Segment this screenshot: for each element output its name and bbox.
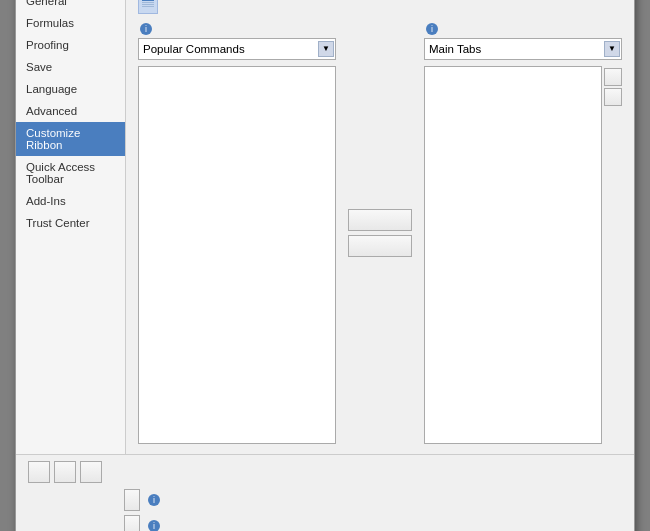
left-dropdown-container: Popular Commands All Commands Macros Fil… <box>138 38 336 60</box>
sidebar-item-language[interactable]: Language <box>16 78 125 100</box>
right-column-label: i <box>424 22 622 35</box>
sidebar-item-formulas[interactable]: Formulas <box>16 12 125 34</box>
reset-button[interactable] <box>124 489 140 511</box>
svg-rect-0 <box>142 0 154 1</box>
reset-info-icon[interactable]: i <box>148 494 160 506</box>
svg-rect-1 <box>142 2 154 3</box>
right-ribbon-tree[interactable] <box>424 66 602 444</box>
new-group-button[interactable] <box>54 461 76 483</box>
main-content: i Popular Commands All Commands Macros F… <box>126 0 634 454</box>
right-info-icon[interactable]: i <box>426 23 438 35</box>
sidebar-item-proofing[interactable]: Proofing <box>16 34 125 56</box>
sidebar-item-customize-ribbon[interactable]: Customize Ribbon <box>16 122 125 156</box>
right-column: i Main Tabs Tool Tabs All Tabs ▼ <box>424 22 622 444</box>
sidebar-item-add-ins[interactable]: Add-Ins <box>16 190 125 212</box>
excel-options-dialog: GeneralFormulasProofingSaveLanguageAdvan… <box>15 0 635 531</box>
columns-container: i Popular Commands All Commands Macros F… <box>138 22 622 444</box>
scroll-buttons <box>604 66 622 444</box>
right-list-with-scroll <box>424 66 622 444</box>
bottom-bar: i i <box>16 454 634 532</box>
left-info-icon[interactable]: i <box>140 23 152 35</box>
section-icon <box>138 0 158 14</box>
rename-button[interactable] <box>80 461 102 483</box>
scroll-up-button[interactable] <box>604 68 622 86</box>
sidebar-item-general[interactable]: General <box>16 0 125 12</box>
dialog-body: GeneralFormulasProofingSaveLanguageAdvan… <box>16 0 634 454</box>
sidebar-item-save[interactable]: Save <box>16 56 125 78</box>
sidebar-item-quick-access[interactable]: Quick Access Toolbar <box>16 156 125 190</box>
right-dropdown-container: Main Tabs Tool Tabs All Tabs ▼ <box>424 38 622 60</box>
ribbon-icon <box>141 0 155 11</box>
import-export-container <box>124 515 140 532</box>
import-export-info-icon[interactable]: i <box>148 520 160 532</box>
sidebar-item-advanced[interactable]: Advanced <box>16 100 125 122</box>
customizations-row: i <box>28 489 622 511</box>
middle-buttons <box>344 22 416 444</box>
right-ribbon-dropdown[interactable]: Main Tabs Tool Tabs All Tabs <box>424 38 622 60</box>
import-export-button[interactable] <box>124 515 140 532</box>
scroll-down-button[interactable] <box>604 88 622 106</box>
reset-btn-container <box>124 489 140 511</box>
import-export-row: i <box>28 515 622 532</box>
svg-rect-2 <box>142 4 154 5</box>
sidebar-item-trust-center[interactable]: Trust Center <box>16 212 125 234</box>
left-commands-dropdown[interactable]: Popular Commands All Commands Macros Fil… <box>138 38 336 60</box>
new-tab-button[interactable] <box>28 461 50 483</box>
remove-button[interactable] <box>348 235 412 257</box>
svg-rect-3 <box>142 6 154 7</box>
sidebar: GeneralFormulasProofingSaveLanguageAdvan… <box>16 0 126 454</box>
left-column: i Popular Commands All Commands Macros F… <box>138 22 336 444</box>
tab-buttons-row <box>28 461 622 483</box>
left-column-label: i <box>138 22 336 35</box>
left-commands-list[interactable] <box>138 66 336 444</box>
section-header <box>138 0 622 14</box>
add-button[interactable] <box>348 209 412 231</box>
